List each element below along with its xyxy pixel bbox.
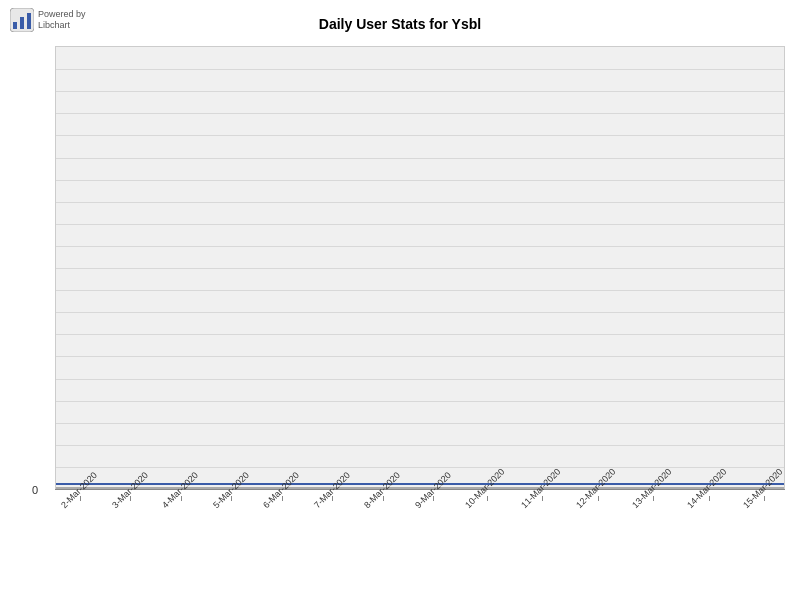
x-tick <box>282 496 283 501</box>
y-axis-zero-label: 0 <box>32 484 38 496</box>
grid-lines <box>56 47 784 489</box>
x-tick <box>80 496 81 501</box>
x-tick <box>130 496 131 501</box>
x-tick <box>231 496 232 501</box>
x-tick <box>653 496 654 501</box>
chart-title: Daily User Stats for Ysbl <box>0 16 800 32</box>
x-tick <box>433 496 434 501</box>
x-tick <box>764 496 765 501</box>
x-tick <box>542 496 543 501</box>
x-tick <box>332 496 333 501</box>
x-tick <box>487 496 488 501</box>
x-tick <box>598 496 599 501</box>
x-axis: 2-Mar-20203-Mar-20204-Mar-20205-Mar-2020… <box>55 490 785 600</box>
data-line <box>56 483 784 485</box>
x-tick <box>181 496 182 501</box>
x-tick <box>709 496 710 501</box>
x-tick <box>383 496 384 501</box>
chart-plot-area <box>55 46 785 490</box>
chart-container: Powered byLibchart Daily User Stats for … <box>0 0 800 600</box>
